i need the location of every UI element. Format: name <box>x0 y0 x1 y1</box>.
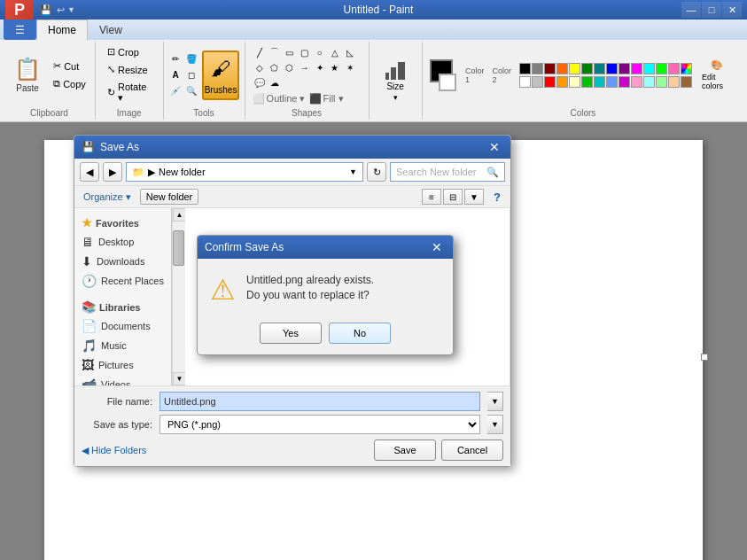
view-dropdown-button[interactable]: ▼ <box>464 189 484 205</box>
edit-colors-button[interactable]: 🎨 Edit colors <box>697 57 736 93</box>
shape-callout[interactable]: 💬 <box>253 75 267 89</box>
shape-ellipse[interactable]: ○ <box>313 45 327 59</box>
close-button[interactable]: ✕ <box>722 2 742 18</box>
quick-access-save[interactable]: 💾 <box>40 4 52 16</box>
swatch-magenta1[interactable] <box>668 63 680 74</box>
search-bar[interactable]: Search New folder 🔍 <box>390 162 505 182</box>
color2-swatch[interactable] <box>439 74 456 91</box>
organize-button[interactable]: Organize ▾ <box>80 190 135 205</box>
sidebar-item-recent[interactable]: 🕐 Recent Places <box>74 271 171 291</box>
swatch-green1[interactable] <box>581 63 593 74</box>
eraser-tool[interactable]: ◻ <box>184 68 198 82</box>
shape-curve[interactable]: ⌒ <box>268 45 282 59</box>
swatch-cyan1[interactable] <box>643 63 655 74</box>
crop-button[interactable]: ⊡ Crop <box>103 43 156 60</box>
resize-button[interactable]: ⤡ Resize <box>103 61 156 78</box>
sidebar-item-videos[interactable]: 📹 Videos <box>74 375 171 385</box>
help-button[interactable]: ? <box>489 189 505 205</box>
swatch-red1[interactable] <box>544 63 556 74</box>
scrollbar-track[interactable] <box>173 222 185 372</box>
swatch-white[interactable] <box>519 76 531 88</box>
minimize-button[interactable]: — <box>681 2 701 18</box>
rotate-button[interactable]: ↻ Rotate ▾ <box>103 79 156 106</box>
shape-triangle[interactable]: △ <box>328 45 342 59</box>
swatch-sky[interactable] <box>643 76 655 88</box>
quick-access-undo[interactable]: ↩ <box>57 4 65 16</box>
swatch-blue2[interactable] <box>606 76 618 88</box>
swatch-teal1[interactable] <box>594 63 605 74</box>
confirm-no-button[interactable]: No <box>329 323 391 344</box>
view-btn-list[interactable]: ≡ <box>422 189 441 205</box>
nav-forward-button[interactable]: ▶ <box>103 162 122 182</box>
shape-star4[interactable]: ✦ <box>313 60 327 74</box>
shape-line[interactable]: ╱ <box>253 45 267 59</box>
sidebar-scrollbar[interactable]: ▲ ▼ <box>172 208 185 385</box>
swatch-peach[interactable] <box>668 76 680 88</box>
confirm-close-button[interactable]: ✕ <box>428 238 446 256</box>
shape-cloud[interactable]: ☁ <box>268 75 282 89</box>
scrollbar-thumb[interactable] <box>173 230 184 266</box>
shape-star6[interactable]: ✶ <box>343 60 357 74</box>
tab-file[interactable]: ☰ <box>4 19 36 40</box>
save-type-select[interactable]: PNG (*.png) <box>160 415 480 434</box>
cancel-button[interactable]: Cancel <box>441 439 503 461</box>
swatch-yellow2[interactable] <box>569 76 580 88</box>
swatch-tan[interactable] <box>681 76 692 88</box>
shape-pentagon[interactable]: ⬠ <box>268 60 282 74</box>
swatch-lime2[interactable] <box>656 76 667 88</box>
confirm-yes-button[interactable]: Yes <box>260 323 322 344</box>
swatch-gray2[interactable] <box>532 76 543 88</box>
text-tool[interactable]: A <box>168 68 183 82</box>
file-name-input[interactable] <box>160 392 480 411</box>
copy-button[interactable]: ⧉ Copy <box>49 75 90 92</box>
fill-button[interactable]: ⬛ Fill ▾ <box>309 93 344 105</box>
swatch-blue1[interactable] <box>606 63 618 74</box>
shape-rect[interactable]: ▭ <box>283 45 297 59</box>
shape-star5[interactable]: ★ <box>328 60 342 74</box>
swatch-black[interactable] <box>519 63 531 74</box>
sidebar-item-documents[interactable]: 📄 Documents <box>74 316 171 336</box>
maximize-button[interactable]: □ <box>702 2 721 18</box>
fill-tool[interactable]: 🪣 <box>184 52 198 66</box>
tab-home[interactable]: Home <box>36 19 88 41</box>
cut-button[interactable]: ✂ Cut <box>49 58 90 74</box>
shape-right-triangle[interactable]: ◺ <box>343 45 357 59</box>
swatch-gray1[interactable] <box>532 63 543 74</box>
save-as-close-button[interactable]: ✕ <box>486 138 503 156</box>
paste-button[interactable]: 📋 Paste <box>8 52 47 97</box>
savetype-dropdown[interactable]: ▼ <box>487 415 503 434</box>
swatch-orange1[interactable] <box>556 63 568 74</box>
tab-view[interactable]: View <box>88 19 134 40</box>
filename-dropdown[interactable]: ▼ <box>487 392 503 411</box>
new-folder-button[interactable]: New folder <box>140 189 199 205</box>
brushes-button[interactable]: 🖌 Brushes <box>202 51 239 100</box>
swatch-rainbow[interactable] <box>681 63 692 74</box>
save-button[interactable]: Save <box>374 439 436 461</box>
sidebar-item-pictures[interactable]: 🖼 Pictures <box>74 355 171 375</box>
quick-access-dropdown[interactable]: ▼ <box>67 5 75 14</box>
shape-diamond[interactable]: ◇ <box>253 60 267 74</box>
address-dropdown-button[interactable]: ▼ <box>349 167 357 176</box>
swatch-lime1[interactable] <box>656 63 667 74</box>
sidebar-item-desktop[interactable]: 🖥 Desktop <box>74 232 171 252</box>
magnify-tool[interactable]: 🔍 <box>184 84 198 98</box>
shape-hexagon[interactable]: ⬡ <box>283 60 297 74</box>
sidebar-item-music[interactable]: 🎵 Music <box>74 336 171 355</box>
color-picker-tool[interactable]: 💉 <box>168 84 183 98</box>
swatch-green2[interactable] <box>581 76 593 88</box>
sidebar-item-downloads[interactable]: ⬇ Downloads <box>74 252 171 271</box>
swatch-indigo1[interactable] <box>619 63 630 74</box>
shape-roundrect[interactable]: ▢ <box>298 45 312 59</box>
swatch-red2[interactable] <box>544 76 556 88</box>
size-button[interactable]: Size ▾ <box>375 47 416 106</box>
scrollbar-down-arrow[interactable]: ▼ <box>173 372 186 385</box>
swatch-teal2[interactable] <box>594 76 605 88</box>
swatch-orange2[interactable] <box>556 76 568 88</box>
address-bar[interactable]: 📁 ▶ New folder ▼ <box>126 162 363 182</box>
resize-handle-right[interactable] <box>701 354 708 361</box>
swatch-rose[interactable] <box>631 76 642 88</box>
scrollbar-up-arrow[interactable]: ▲ <box>173 208 186 222</box>
swatch-purple2[interactable] <box>619 76 630 88</box>
nav-back-button[interactable]: ◀ <box>80 162 99 182</box>
swatch-pink1[interactable] <box>631 63 642 74</box>
